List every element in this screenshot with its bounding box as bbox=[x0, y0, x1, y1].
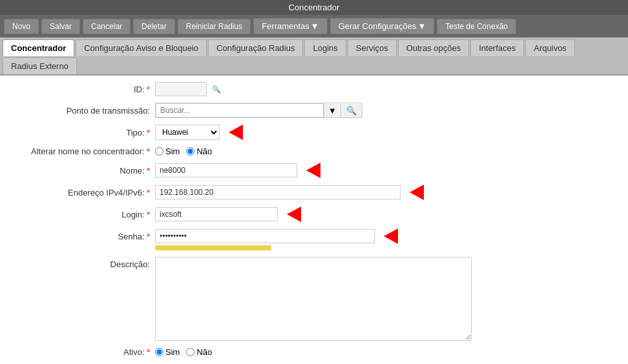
tab-logins[interactable]: Logins bbox=[304, 39, 346, 56]
tab-outras-opcoes[interactable]: Outras opções bbox=[398, 39, 470, 56]
deletar-button[interactable]: Deletar bbox=[133, 19, 175, 34]
nome-label: Nome: * bbox=[13, 166, 155, 176]
tab-servicos[interactable]: Serviços bbox=[348, 39, 397, 56]
tab-arquivos[interactable]: Arquivos bbox=[525, 39, 575, 56]
main-content: ID: * 🔍 Ponto de transmissão: ▼ 🔍 Tipo: … bbox=[0, 76, 628, 364]
ativo-row: Ativo: * Sim Não bbox=[13, 347, 615, 357]
tipo-field: Huawei Cisco MikroTik bbox=[155, 125, 243, 140]
toolbar: Novo Salvar Cancelar Deletar Reiniciar R… bbox=[0, 15, 628, 37]
ativo-field: Sim Não bbox=[155, 347, 212, 357]
radio-sim-input[interactable] bbox=[155, 147, 163, 156]
reiniciar-radius-button[interactable]: Reiniciar Radius bbox=[178, 19, 251, 34]
id-row: ID: * 🔍 bbox=[13, 82, 615, 96]
nome-arrow-indicator bbox=[306, 163, 320, 178]
id-input[interactable] bbox=[155, 82, 207, 96]
buscar-container: ▼ 🔍 bbox=[155, 103, 362, 118]
id-field: 🔍 bbox=[155, 82, 221, 96]
teste-conexao-button[interactable]: Teste de Conexão bbox=[437, 19, 516, 34]
alterar-nome-required: * bbox=[147, 147, 150, 156]
tipo-required: * bbox=[147, 128, 150, 137]
descricao-textarea[interactable] bbox=[155, 257, 472, 341]
login-row: Login: * bbox=[13, 207, 615, 222]
radio-nao-input[interactable] bbox=[186, 147, 194, 156]
cancelar-button[interactable]: Cancelar bbox=[83, 19, 131, 34]
buscar-input[interactable] bbox=[156, 103, 324, 117]
radio-nao-label: Não bbox=[186, 147, 212, 156]
ip-input[interactable] bbox=[155, 185, 401, 199]
ativo-sim-label: Sim bbox=[155, 347, 180, 357]
id-search-icon: 🔍 bbox=[212, 85, 221, 94]
nome-input[interactable] bbox=[155, 163, 297, 177]
senha-label: Senha: * bbox=[13, 232, 155, 241]
tab-interfaces[interactable]: Interfaces bbox=[470, 39, 524, 56]
alterar-nome-field: Sim Não bbox=[155, 147, 212, 156]
ip-row: Endereço IPv4/IPv6: * bbox=[13, 185, 615, 200]
login-input[interactable] bbox=[155, 207, 278, 221]
login-label: Login: * bbox=[13, 210, 155, 219]
ferramentas-dropdown-icon: ▼ bbox=[311, 21, 319, 31]
tab-config-aviso[interactable]: Configuração Aviso e Bloqueio bbox=[76, 39, 207, 56]
title-text: Concentrador bbox=[289, 3, 340, 12]
id-required: * bbox=[147, 85, 150, 94]
descricao-row: Descrição: bbox=[13, 257, 615, 341]
tipo-arrow-indicator bbox=[229, 125, 243, 140]
gerar-dropdown-icon: ▼ bbox=[417, 21, 426, 31]
ativo-nao-label: Não bbox=[186, 347, 212, 357]
senha-input[interactable] bbox=[155, 229, 375, 243]
buscar-search-button[interactable]: 🔍 bbox=[340, 104, 362, 117]
ip-arrow-indicator bbox=[410, 185, 424, 200]
login-arrow-indicator bbox=[287, 207, 301, 222]
tab-concentrador[interactable]: Concentrador bbox=[3, 39, 74, 56]
ativo-required: * bbox=[147, 347, 150, 357]
ip-field bbox=[155, 185, 424, 200]
login-field bbox=[155, 207, 301, 222]
ponto-transmissao-row: Ponto de transmissão: ▼ 🔍 bbox=[13, 103, 615, 118]
nome-field bbox=[155, 163, 320, 178]
gerar-configuracoes-button[interactable]: Gerar Configurações ▼ bbox=[330, 18, 435, 34]
nome-required: * bbox=[147, 166, 150, 176]
alterar-nome-label: Alterar nome no concentrador: * bbox=[13, 147, 155, 156]
title-bar: Concentrador bbox=[0, 0, 628, 15]
senha-required: * bbox=[147, 232, 150, 241]
descricao-field bbox=[155, 257, 472, 341]
tab-config-radius[interactable]: Configuração Radius bbox=[208, 39, 303, 56]
descricao-label: Descrição: bbox=[13, 257, 155, 269]
senha-field bbox=[155, 228, 398, 244]
ferramentas-button[interactable]: Ferramentas ▼ bbox=[253, 18, 328, 34]
tipo-label: Tipo: * bbox=[13, 128, 155, 137]
alterar-nome-row: Alterar nome no concentrador: * Sim Não bbox=[13, 147, 615, 156]
tipo-row: Tipo: * Huawei Cisco MikroTik bbox=[13, 125, 615, 140]
ativo-label: Ativo: * bbox=[13, 347, 155, 357]
ativo-sim-input[interactable] bbox=[155, 348, 163, 356]
ponto-transmissao-label: Ponto de transmissão: bbox=[13, 106, 155, 116]
senha-arrow-indicator bbox=[384, 228, 398, 244]
radio-sim-label: Sim bbox=[155, 147, 180, 156]
id-label: ID: * bbox=[13, 85, 155, 94]
login-required: * bbox=[147, 210, 150, 219]
buscar-dropdown-button[interactable]: ▼ bbox=[324, 104, 340, 117]
ativo-nao-input[interactable] bbox=[186, 348, 194, 356]
salvar-button[interactable]: Salvar bbox=[41, 19, 80, 34]
ponto-transmissao-field: ▼ 🔍 bbox=[155, 103, 362, 118]
tab-radius-externo[interactable]: Radius Externo bbox=[3, 57, 77, 74]
senha-row: Senha: * bbox=[13, 228, 615, 250]
nome-row: Nome: * bbox=[13, 163, 615, 178]
password-strength-bar bbox=[155, 245, 271, 250]
ip-required: * bbox=[147, 188, 150, 197]
tabs-bar: Concentrador Configuração Aviso e Bloque… bbox=[0, 37, 628, 76]
tipo-select[interactable]: Huawei Cisco MikroTik bbox=[155, 125, 220, 140]
novo-button[interactable]: Novo bbox=[4, 19, 39, 34]
ip-label: Endereço IPv4/IPv6: * bbox=[13, 188, 155, 197]
